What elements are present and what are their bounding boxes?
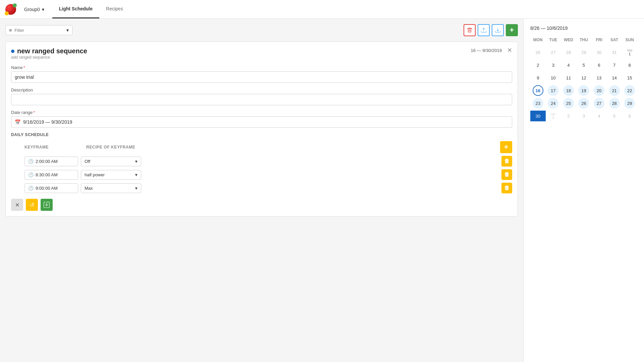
date-range-label: Date range * <box>11 110 512 115</box>
cal-cell[interactable]: 6 <box>594 60 604 70</box>
cal-cell[interactable]: 10 <box>548 72 558 83</box>
cal-cell[interactable]: 27 <box>594 98 604 109</box>
cal-cell-today[interactable]: 16 <box>533 85 543 96</box>
description-label: Description <box>11 87 512 93</box>
cal-cell[interactable]: 25 <box>563 98 574 109</box>
cal-cell[interactable]: 26 <box>578 98 589 109</box>
keyframe-row: 🕐 2:00:00 AM Off ▾ 🗑 <box>11 156 512 167</box>
reset-button[interactable]: ↺ <box>26 199 38 211</box>
recipe-select-1[interactable]: half power ▾ <box>81 170 141 180</box>
cal-cell[interactable]: 30 <box>594 47 604 58</box>
cal-cell-range-end[interactable]: 30 <box>530 111 546 121</box>
cal-cell[interactable]: 2 <box>563 111 574 121</box>
calendar-week-4: 16 17 18 19 20 21 22 <box>530 84 637 97</box>
download-button[interactable] <box>492 24 504 36</box>
cal-cell[interactable]: 24 <box>548 98 558 109</box>
trash-icon-1: 🗑 <box>504 172 509 178</box>
name-label: Name * <box>11 65 512 70</box>
time-value-0: 2:00:00 AM <box>36 159 58 164</box>
name-input[interactable] <box>11 71 512 83</box>
calendar-range-label: 8/26 — 10/6/2019 <box>530 25 637 31</box>
cal-cell[interactable]: 9 <box>533 72 543 83</box>
cal-cell[interactable]: 17 <box>548 85 558 96</box>
keyframe-header: KEYFRAME RECIPE OF KEYFRAME + <box>11 141 512 153</box>
save-button[interactable] <box>41 199 53 211</box>
cal-cell[interactable]: 22 <box>624 85 635 96</box>
form-title-text: new ranged sequence <box>17 47 87 55</box>
cal-cell[interactable]: 4 <box>563 60 574 70</box>
cal-cell[interactable]: 28 <box>609 98 620 109</box>
form-subtitle: add ranged sequence <box>11 55 87 60</box>
cal-cell[interactable]: 3 <box>578 111 589 121</box>
time-input-0[interactable]: 🕐 2:00:00 AM <box>24 157 78 166</box>
day-mon: MON <box>530 36 546 44</box>
cal-cell[interactable]: 4 <box>594 111 604 121</box>
cal-cell[interactable]: 3 <box>548 60 558 70</box>
cal-cell[interactable]: 5 <box>578 60 589 70</box>
tab-recipes[interactable]: Recipes <box>99 0 130 18</box>
calendar-grid: MON TUE WED THU FRI SAT SUN 26 27 28 29 … <box>530 36 637 122</box>
recipe-value-0: Off <box>85 159 90 164</box>
cal-cell[interactable]: 15 <box>624 72 635 83</box>
cal-cell[interactable]: 23 <box>533 98 543 109</box>
add-schedule-button[interactable]: + <box>506 24 518 36</box>
cal-cell[interactable]: 21 <box>609 85 620 96</box>
right-panel: 8/26 — 10/6/2019 MON TUE WED THU FRI SAT… <box>523 19 644 362</box>
plus-icon: + <box>510 26 514 34</box>
filter-input-wrap[interactable]: ≡ ▾ <box>5 25 72 35</box>
date-range-input[interactable]: 📅 9/16/2019 — 9/30/2019 <box>11 116 512 128</box>
cal-cell[interactable]: 29 <box>578 47 589 58</box>
trash-icon <box>467 27 472 33</box>
cal-cell-oct1[interactable]: Oct 1 <box>548 111 558 121</box>
add-keyframe-button[interactable]: + <box>500 141 512 153</box>
time-value-1: 8:30:00 AM <box>36 172 58 177</box>
cal-cell[interactable]: 2 <box>533 60 543 70</box>
cal-cell[interactable]: 19 <box>578 85 589 96</box>
day-tue: TUE <box>546 36 561 44</box>
clock-icon-2: 🕐 <box>28 186 34 191</box>
cal-cell[interactable]: 12 <box>578 72 589 83</box>
calendar-icon: 📅 <box>15 119 20 125</box>
cal-cell[interactable]: 11 <box>563 72 574 83</box>
cal-cell[interactable]: 8 <box>624 60 635 70</box>
cal-cell[interactable]: 27 <box>548 47 558 58</box>
tab-light-schedule[interactable]: Light Schedule <box>52 0 99 18</box>
plus-icon: + <box>504 143 508 152</box>
delete-keyframe-1[interactable]: 🗑 <box>501 169 512 180</box>
group-selector[interactable]: Group0 ▾ <box>24 7 44 12</box>
delete-keyframe-2[interactable]: 🗑 <box>501 183 512 193</box>
cancel-button[interactable]: ✕ <box>11 199 23 211</box>
form-title: new ranged sequence <box>11 47 87 55</box>
status-dot <box>11 50 14 53</box>
cal-cell[interactable]: 5 <box>609 111 620 121</box>
form-card: new ranged sequence add ranged sequence … <box>5 42 518 217</box>
cal-cell[interactable]: 29 <box>624 98 635 109</box>
form-title-wrap: new ranged sequence add ranged sequence <box>11 47 87 64</box>
reset-icon: ↺ <box>30 202 34 208</box>
form-close-button[interactable]: ✕ <box>507 47 512 53</box>
cal-cell[interactable]: 20 <box>594 85 604 96</box>
delete-keyframe-0[interactable]: 🗑 <box>501 156 512 167</box>
cal-cell[interactable]: 26 <box>533 47 543 58</box>
calendar-header: MON TUE WED THU FRI SAT SUN <box>530 36 637 44</box>
time-input-1[interactable]: 🕐 8:30:00 AM <box>24 170 78 180</box>
cal-cell[interactable]: 7 <box>609 60 620 70</box>
calendar-week-6: 30 Oct 1 2 3 4 5 6 <box>530 110 637 122</box>
recipe-select-2[interactable]: Max ▾ <box>81 183 141 193</box>
cal-cell[interactable]: 14 <box>609 72 620 83</box>
time-input-2[interactable]: 🕐 9:00:00 AM <box>24 183 78 193</box>
cal-cell[interactable]: 31 <box>609 47 620 58</box>
description-input[interactable] <box>11 94 512 105</box>
filter-input[interactable] <box>14 28 64 33</box>
upload-button[interactable] <box>478 24 490 36</box>
col-recipe-label: RECIPE OF KEYFRAME <box>86 145 147 149</box>
cal-cell[interactable]: 13 <box>594 72 604 83</box>
cal-cell[interactable]: 28 <box>563 47 574 58</box>
filter-dropdown-icon: ▾ <box>66 27 69 33</box>
delete-button[interactable] <box>464 24 476 36</box>
cal-cell[interactable]: 6 <box>624 111 635 121</box>
cal-cell[interactable]: 18 <box>563 85 574 96</box>
cal-cell-sep1[interactable]: Sep 1 <box>624 47 635 58</box>
recipe-select-0[interactable]: Off ▾ <box>81 157 141 166</box>
keyframe-columns: KEYFRAME RECIPE OF KEYFRAME <box>24 145 147 149</box>
